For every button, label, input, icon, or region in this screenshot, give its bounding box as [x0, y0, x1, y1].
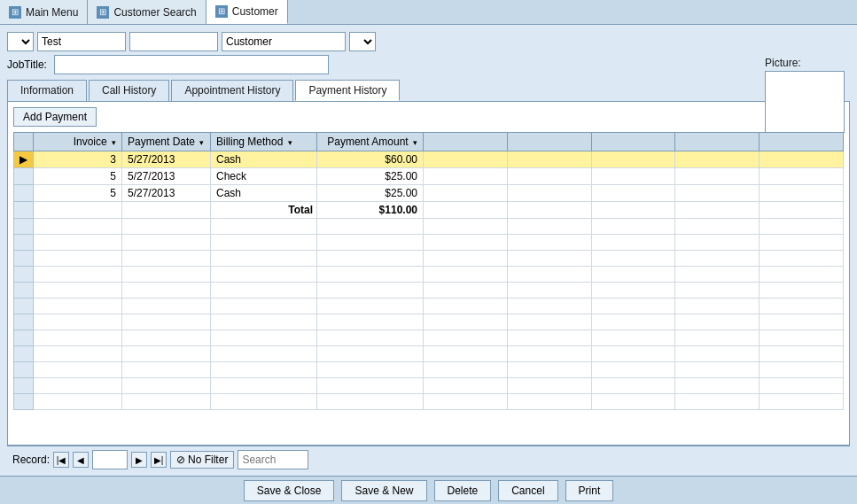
billing-sort-icon: ▾ [288, 138, 292, 147]
amount-sort-icon: ▾ [413, 138, 417, 147]
extra-col-2 [507, 133, 591, 151]
date-cell: 5/27/2013 [122, 151, 211, 168]
middle-name-input[interactable] [129, 32, 218, 51]
nav-prev-button[interactable]: ◀ [73, 452, 89, 468]
date-cell: 5/27/2013 [122, 185, 211, 202]
amount-cell: $60.00 [317, 151, 424, 168]
tab-content-payment-history: Add Payment Invoice ▾ Payment Date ▾ Bil… [7, 101, 850, 446]
table-row [14, 267, 844, 283]
add-payment-button[interactable]: Add Payment [13, 107, 97, 127]
row-selector [14, 185, 34, 202]
title-bar: ⊞ Main Menu ⊞ Customer Search ⊞ Customer [0, 0, 857, 25]
row-selector [14, 168, 34, 185]
table-row [14, 251, 844, 267]
print-button[interactable]: Print [565, 480, 614, 501]
table-row [14, 299, 844, 314]
first-name-input[interactable] [37, 32, 126, 51]
jobtitle-input[interactable] [54, 55, 329, 74]
payment-date-header[interactable]: Payment Date ▾ [122, 133, 211, 151]
table-row [14, 378, 844, 394]
nav-next-button[interactable]: ▶ [131, 452, 147, 468]
table-row [14, 235, 844, 251]
nav-last-button[interactable]: ▶| [151, 452, 167, 468]
total-amount: $110.00 [317, 202, 424, 219]
tab-appointment-history[interactable]: Appointment History [171, 80, 293, 101]
table-row [14, 283, 844, 299]
prefix-dropdown[interactable]: Mr. Ms. Dr. [7, 32, 34, 51]
table-row [14, 346, 844, 362]
table-row[interactable]: 5 5/27/2013 Cash $25.00 [14, 185, 844, 202]
payment-amount-header[interactable]: Payment Amount ▾ [317, 133, 424, 151]
table-row[interactable]: 5 5/27/2013 Check $25.00 [14, 168, 844, 185]
table-row [14, 394, 844, 410]
bottom-bar: Save & Close Save & New Delete Cancel Pr… [0, 476, 857, 504]
row-selector: ▶ [14, 151, 34, 168]
jobtitle-label: JobTitle: [7, 58, 47, 71]
invoice-header[interactable]: Invoice ▾ [34, 133, 122, 151]
tab-customer-search[interactable]: ⊞ Customer Search [88, 0, 206, 24]
invoice-cell: 5 [34, 168, 122, 185]
save-new-button[interactable]: Save & New [341, 480, 426, 501]
table-row [14, 314, 844, 330]
total-row: Total $110.00 [14, 202, 844, 219]
table-row [14, 330, 844, 346]
amount-cell: $25.00 [317, 185, 424, 202]
main-menu-label: Main Menu [26, 6, 78, 19]
tab-call-history[interactable]: Call History [89, 80, 169, 101]
invoice-sort-icon: ▾ [112, 138, 116, 147]
billing-cell: Check [211, 168, 317, 185]
picture-section: Picture: [765, 57, 845, 133]
no-filter-button[interactable]: ⊘ No Filter [170, 451, 234, 469]
extra-col-5 [760, 133, 844, 151]
main-menu-icon: ⊞ [9, 6, 21, 19]
extra-col-3 [591, 133, 675, 151]
billing-cell: Cash [211, 151, 317, 168]
customer-search-label: Customer Search [113, 6, 196, 19]
billing-cell: Cash [211, 185, 317, 202]
tab-payment-history[interactable]: Payment History [295, 80, 400, 101]
tab-customer[interactable]: ⊞ Customer [206, 0, 288, 24]
date-cell: 5/27/2013 [122, 168, 211, 185]
invoice-cell: 5 [34, 185, 122, 202]
picture-frame [765, 71, 845, 133]
invoice-cell: 3 [34, 151, 122, 168]
table-row[interactable]: ▶ 3 5/27/2013 Cash $60.00 [14, 151, 844, 168]
form-header: Mr. Ms. Dr. Jr. Sr. JobTitle: [7, 32, 850, 74]
suffix-dropdown[interactable]: Jr. Sr. [349, 32, 376, 51]
nav-first-button[interactable]: |◀ [53, 452, 69, 468]
extra-col-4 [675, 133, 760, 151]
save-close-button[interactable]: Save & Close [244, 480, 335, 501]
customer-icon: ⊞ [215, 5, 228, 18]
last-name-input[interactable] [222, 32, 346, 51]
table-row [14, 362, 844, 378]
record-label: Record: [12, 454, 50, 466]
billing-method-header[interactable]: Billing Method ▾ [211, 133, 317, 151]
customer-search-icon: ⊞ [97, 6, 109, 19]
record-navigator: Record: |◀ ◀ ▶ ▶| ⊘ No Filter [7, 446, 850, 473]
row-selector [14, 202, 34, 219]
filter-icon: ⊘ [176, 454, 185, 466]
picture-label: Picture: [765, 57, 845, 69]
delete-button[interactable]: Delete [434, 480, 492, 501]
customer-label: Customer [232, 5, 278, 18]
no-filter-label: No Filter [188, 454, 228, 466]
date-sort-icon: ▾ [199, 138, 204, 147]
amount-cell: $25.00 [317, 168, 424, 185]
tab-strip: Information Call History Appointment His… [7, 80, 850, 101]
table-row [14, 219, 844, 235]
total-text: Total [211, 202, 317, 219]
tab-information[interactable]: Information [7, 80, 87, 101]
tab-main-menu[interactable]: ⊞ Main Menu [0, 0, 88, 24]
main-area: Mr. Ms. Dr. Jr. Sr. JobTitle: Picture: I… [0, 25, 857, 476]
payment-grid: Invoice ▾ Payment Date ▾ Billing Method … [13, 132, 844, 410]
cancel-button[interactable]: Cancel [498, 480, 557, 501]
selector-header [14, 133, 34, 151]
record-current-input[interactable] [92, 450, 128, 469]
extra-col-1 [424, 133, 508, 151]
search-input[interactable] [238, 450, 308, 469]
total-label [34, 202, 122, 219]
